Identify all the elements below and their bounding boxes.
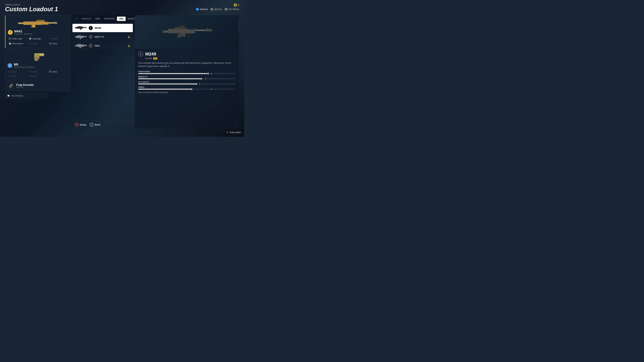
content-area: 7 M4A1 PRIMARY WEAPON ⊙ Reflex Sight 🔲 (5, 15, 239, 129)
svg-rect-13 (40, 54, 44, 55)
primary-weapon-info: 7 M4A1 PRIMARY WEAPON (8, 30, 68, 35)
username-text: XibitA52 (200, 8, 208, 10)
empty-label-s1: [Empty] (10, 71, 16, 73)
device-card[interactable]: 💣 Frag Grenade DEVICE (5, 81, 70, 91)
m249-number: 1 (89, 26, 93, 30)
list-item-m60[interactable]: M60 🔒 (72, 41, 133, 50)
ammo-marker (192, 88, 192, 90)
social-button[interactable]: L3 SOCIAL (210, 8, 222, 10)
attachment-skin[interactable]: 👁 [Skin] (48, 41, 68, 45)
rpk74-list-img (75, 34, 87, 39)
sec-attachment-empty-2[interactable]: + [Empty] (28, 70, 48, 73)
secondary-weapon-card[interactable]: 1 M9 SECONDARY WEAPON + [Empty] + [Empty… (5, 48, 70, 80)
sec-attachment-empty-3[interactable]: + [Empty] (8, 74, 27, 78)
equip-btn-icon: ✕ (75, 123, 78, 126)
attachment-empty-2[interactable]: + [Empty] (28, 41, 48, 45)
primary-attachments-grid: ⊙ Reflex Sight 🔲 Superlight ... + [Empty… (8, 37, 68, 45)
back-btn-icon: ○ (90, 123, 94, 126)
mobility-bar (138, 78, 236, 79)
svg-line-41 (188, 33, 189, 37)
sec-attachment-skin[interactable]: 👁 [Skin] (48, 70, 68, 73)
xp-badge: XP (153, 57, 157, 59)
svg-rect-30 (78, 44, 81, 45)
list-item-rpk74[interactable]: RPK-74 🔒 (72, 33, 133, 41)
weapon-detail-header: 1 M249 (138, 51, 236, 57)
attachment-empty-1[interactable]: + [Empty] (48, 37, 68, 41)
svg-rect-28 (79, 46, 81, 48)
weapon-list: 1 M249 RPK-74 (72, 22, 133, 121)
watermark-text: THEGAMER (229, 131, 241, 134)
equip-button[interactable]: ✕ Equip (75, 123, 86, 126)
tab-smg[interactable]: SMG (93, 16, 102, 21)
ammo-compare (211, 88, 212, 90)
secondary-weapon-info: 1 M9 SECONDARY WEAPON (8, 63, 68, 68)
plus-icon-s3: + (8, 75, 10, 77)
rpk74-name: RPK-74 (95, 35, 126, 38)
mobility-compare (206, 78, 206, 80)
tab-lmg[interactable]: LMG (117, 16, 126, 21)
stat-ammo: AMMO (138, 86, 236, 90)
chat-window[interactable]: 💬 Chat Window (5, 93, 49, 98)
device-info: Frag Grenade DEVICE (16, 83, 34, 88)
currency-icon: ⊕ (234, 3, 237, 7)
firepower-marker (208, 72, 209, 75)
list-item-m249[interactable]: 1 M249 (72, 24, 133, 32)
sec-attachment-empty-4[interactable]: + [Empty] (28, 74, 48, 78)
m249-name: M249 (95, 26, 130, 29)
empty-label-s2: [Empty] (30, 71, 37, 73)
weapon-detail-info: 1 M249 0/3,500 XP This versatile light m… (135, 49, 239, 129)
weapon-detail-panel: 1 M249 0/3,500 XP This versatile light m… (135, 15, 239, 129)
firepower-fill (138, 73, 208, 74)
firepower-compare (211, 72, 212, 75)
firepower-bar (138, 73, 236, 74)
rpk74-lock-icon: 🔒 (128, 35, 130, 38)
thegamer-watermark: ✦ THEGAMER (226, 131, 241, 134)
superlight-icon: 🔲 (29, 37, 32, 40)
attachment-superlight[interactable]: 🔲 Superlight ... (28, 37, 48, 41)
svg-rect-29 (84, 45, 87, 46)
ammo-bar (138, 89, 236, 90)
stat-accuracy: ACCURACY (138, 81, 236, 84)
accuracy-label: ACCURACY (138, 81, 236, 83)
skin-icon: 👁 (49, 42, 52, 45)
back-button[interactable]: ○ Back (90, 123, 100, 126)
plus-icon-1: + (49, 37, 50, 40)
firepower-label: FIREPOWER (138, 70, 236, 72)
accuracy-compare (200, 83, 200, 85)
reflex-sight-label: Reflex Sight (12, 38, 22, 40)
primary-weapon-image (18, 19, 58, 28)
plus-icon-2: + (29, 42, 30, 45)
ammo-fill (138, 89, 192, 90)
detail-weapon-name: M249 (145, 51, 156, 57)
svg-rect-43 (181, 33, 186, 36)
m60-lock-icon: 🔒 (128, 44, 130, 47)
header: Editing Loadout Custom Loadout 1 ⊕ 0 ⑨ X… (5, 3, 239, 12)
tab-shotgun[interactable]: SHOTGUN (102, 16, 117, 21)
sec-attachment-empty-1[interactable]: + [Empty] (8, 70, 27, 73)
currency-amount: 0 (238, 4, 239, 6)
secondary-attachments-grid: + [Empty] + [Empty] 👁 [Skin] + [Empty] (8, 70, 68, 78)
device-name: Frag Grenade (16, 83, 34, 86)
secondary-weapon-text: M9 SECONDARY WEAPON (14, 63, 35, 68)
svg-rect-33 (168, 29, 189, 33)
svg-rect-23 (80, 37, 81, 39)
header-right: ⊕ 0 ⑨ XibitA52 L3 SOCIAL R3 SETTINGS (196, 3, 239, 11)
attachment-recon-barrel[interactable]: ⬤ Recon Barrel (8, 41, 27, 45)
equip-label: Equip (80, 123, 86, 126)
header-left: Editing Loadout Custom Loadout 1 (5, 3, 58, 12)
empty-label-1: [Empty] (51, 38, 57, 40)
detail-scrollbar[interactable] (238, 22, 239, 32)
mobility-marker (202, 78, 202, 80)
settings-button[interactable]: R3 SETTINGS (225, 8, 239, 10)
attachment-reflex-sight[interactable]: ⊙ Reflex Sight (8, 37, 27, 41)
svg-rect-25 (78, 35, 81, 36)
empty-label-2: [Empty] (31, 42, 37, 44)
lb-button[interactable]: L1 (74, 17, 79, 20)
svg-point-37 (184, 26, 185, 27)
primary-weapon-card[interactable]: 7 M4A1 PRIMARY WEAPON ⊙ Reflex Sight 🔲 (5, 15, 70, 48)
tab-assault[interactable]: ASSAULT (79, 16, 93, 21)
chat-icon: 💬 (7, 95, 10, 97)
username-display: ⑨ XibitA52 (196, 8, 208, 11)
empty-label-s3: [Empty] (10, 75, 16, 77)
svg-rect-1 (24, 22, 42, 25)
